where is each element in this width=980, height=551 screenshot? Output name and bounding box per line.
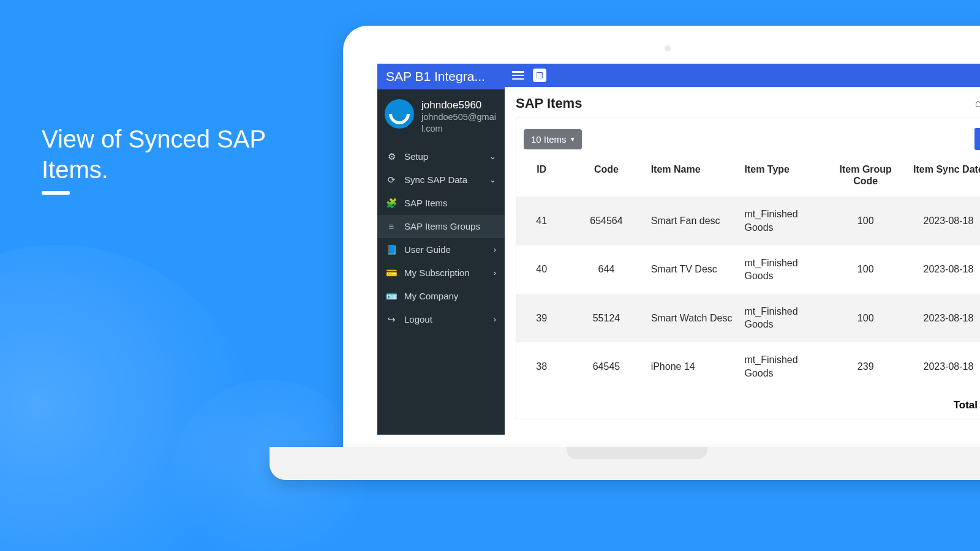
chevron-icon: ⌄ (489, 175, 496, 184)
cell-group: 100 (826, 197, 905, 245)
app-screen: SAP B1 Integra... johndoe5960 johndoe505… (377, 64, 980, 435)
my-company-icon: 🪪 (386, 291, 397, 302)
cell-group: 100 (826, 246, 905, 294)
hamburger-icon[interactable] (512, 71, 524, 80)
sidebar-item-label: My Company (404, 291, 458, 301)
main-area: ❐ SAP Items ⌂ 10 Items ▾ (505, 64, 980, 435)
page-size-dropdown[interactable]: 10 Items ▾ (524, 129, 582, 149)
sidebar-item-logout[interactable]: ↪Logout› (377, 308, 505, 331)
cell-id: 40 (516, 246, 567, 294)
sidebar-item-label: SAP Items (404, 198, 448, 208)
cell-code: 64545 (567, 342, 646, 391)
table-row[interactable]: 40644Smart TV Descmt_Finished Goods10020… (516, 246, 980, 294)
cell-name: Smart Watch Desc (646, 294, 740, 342)
cell-type: mt_Finished Goods (739, 197, 826, 245)
cell-type: mt_Finished Goods (739, 342, 826, 391)
sidebar-item-label: Sync SAP Data (404, 174, 467, 185)
sync-sap-data-icon: ⟳ (386, 174, 397, 186)
sidebar-item-sap-items[interactable]: 🧩SAP Items (377, 192, 505, 215)
logout-icon: ↪ (386, 314, 397, 325)
sidebar-item-label: My Subscription (404, 268, 470, 278)
cell-code: 654564 (567, 197, 646, 245)
sidebar-item-user-guide[interactable]: 📘User Guide› (377, 238, 505, 261)
user-name: johndoe5960 (421, 99, 497, 111)
panel-action-button[interactable] (974, 128, 980, 150)
table-header-row: ID Code Item Name Item Type Item Group C… (516, 157, 980, 197)
sidebar-item-setup[interactable]: ⚙Setup⌄ (377, 145, 505, 168)
cell-id: 39 (516, 294, 567, 342)
cell-name: Smart Fan desc (646, 197, 740, 245)
chat-icon[interactable]: ❐ (533, 69, 546, 82)
col-group[interactable]: Item Group Code (826, 157, 905, 197)
chevron-icon: › (494, 268, 496, 277)
cell-date: 2023-08-18 (905, 294, 980, 342)
user-email: johndoe505@gmail.com (421, 111, 497, 133)
sidebar-item-my-subscription[interactable]: 💳My Subscription› (377, 261, 505, 285)
home-icon[interactable]: ⌂ (975, 97, 980, 110)
total-label: Total R (516, 391, 980, 414)
cell-group: 239 (826, 342, 905, 391)
table-row[interactable]: 3955124Smart Watch Descmt_Finished Goods… (516, 294, 980, 342)
cell-id: 38 (516, 342, 567, 391)
device-frame: SAP B1 Integra... johndoe5960 johndoe505… (343, 26, 980, 451)
hero-rule (42, 191, 70, 195)
my-subscription-icon: 💳 (386, 268, 397, 279)
sap-items-icon: 🧩 (386, 198, 397, 209)
sidebar-item-sync-sap-data[interactable]: ⟳Sync SAP Data⌄ (377, 168, 505, 192)
sidebar-item-label: SAP Items Groups (404, 221, 480, 231)
chevron-icon: › (494, 315, 496, 324)
user-guide-icon: 📘 (386, 244, 397, 255)
cell-date: 2023-08-18 (905, 246, 980, 294)
sidebar: SAP B1 Integra... johndoe5960 johndoe505… (377, 64, 505, 435)
page-size-label: 10 Items (531, 134, 567, 144)
items-table: ID Code Item Name Item Type Item Group C… (516, 157, 980, 391)
app-brand[interactable]: SAP B1 Integra... (377, 64, 505, 89)
col-code[interactable]: Code (567, 157, 646, 197)
table-row[interactable]: 3864545iPhone 14mt_Finished Goods2392023… (516, 342, 980, 391)
cell-date: 2023-08-18 (905, 342, 980, 391)
cell-date: 2023-08-18 (905, 197, 980, 245)
table-row[interactable]: 41654564Smart Fan descmt_Finished Goods1… (516, 197, 980, 245)
sidebar-item-label: User Guide (404, 244, 451, 255)
camera-dot (665, 45, 671, 51)
topbar: ❐ (505, 64, 980, 87)
sidebar-item-my-company[interactable]: 🪪My Company (377, 285, 505, 308)
avatar (385, 99, 414, 129)
cell-id: 41 (516, 197, 567, 245)
hero-title: View of Synced SAP Items. (42, 124, 299, 185)
chevron-icon: ⌄ (489, 152, 496, 161)
page-header: SAP Items ⌂ (505, 87, 980, 118)
user-block[interactable]: johndoe5960 johndoe505@gmail.com (377, 89, 505, 145)
sidebar-item-sap-items-groups[interactable]: ≡SAP Items Groups (377, 215, 505, 238)
chevron-icon: › (494, 245, 496, 254)
items-panel: 10 Items ▾ ID Code (516, 118, 980, 419)
cell-name: iPhone 14 (646, 342, 740, 391)
sidebar-item-label: Logout (404, 314, 432, 324)
setup-icon: ⚙ (386, 151, 397, 162)
cell-type: mt_Finished Goods (739, 294, 826, 342)
cell-code: 55124 (567, 294, 646, 342)
cell-code: 644 (567, 246, 646, 294)
page-title: SAP Items (516, 96, 582, 111)
cell-name: Smart TV Desc (646, 246, 740, 294)
sap-items-groups-icon: ≡ (386, 221, 397, 231)
sidebar-item-label: Setup (404, 151, 428, 162)
col-id[interactable]: ID (516, 157, 567, 197)
cell-type: mt_Finished Goods (739, 246, 826, 294)
cell-group: 100 (826, 294, 905, 342)
col-type[interactable]: Item Type (739, 157, 826, 197)
laptop-base (270, 447, 980, 480)
col-date[interactable]: Item Sync Date (905, 157, 980, 197)
col-name[interactable]: Item Name (646, 157, 740, 197)
chevron-down-icon: ▾ (571, 135, 575, 143)
